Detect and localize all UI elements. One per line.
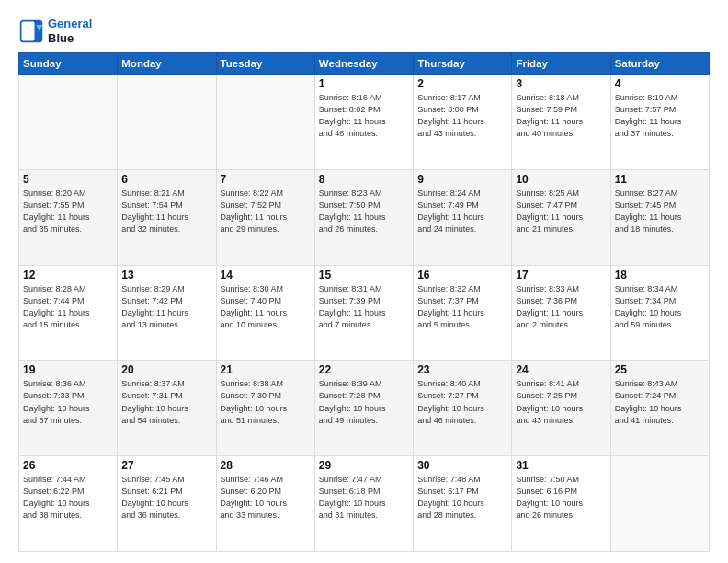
day-number: 29 — [319, 459, 409, 472]
day-info: Sunrise: 8:30 AM Sunset: 7:40 PM Dayligh… — [221, 283, 311, 331]
day-header-tuesday: Tuesday — [216, 53, 314, 75]
day-number: 16 — [417, 269, 507, 282]
day-cell — [19, 75, 118, 170]
day-info: Sunrise: 8:29 AM Sunset: 7:42 PM Dayligh… — [121, 283, 211, 331]
day-info: Sunrise: 8:36 AM Sunset: 7:33 PM Dayligh… — [23, 378, 113, 426]
day-number: 17 — [516, 269, 606, 282]
day-number: 13 — [121, 269, 211, 282]
day-cell: 10Sunrise: 8:25 AM Sunset: 7:47 PM Dayli… — [512, 169, 610, 265]
logo-line2: Blue — [48, 31, 92, 46]
week-row-3: 12Sunrise: 8:28 AM Sunset: 7:44 PM Dayli… — [19, 265, 710, 361]
day-cell: 18Sunrise: 8:34 AM Sunset: 7:34 PM Dayli… — [610, 265, 709, 361]
day-cell: 3Sunrise: 8:18 AM Sunset: 7:59 PM Daylig… — [512, 75, 610, 170]
day-info: Sunrise: 8:31 AM Sunset: 7:39 PM Dayligh… — [319, 283, 409, 331]
day-info: Sunrise: 8:32 AM Sunset: 7:37 PM Dayligh… — [417, 283, 507, 331]
day-cell: 15Sunrise: 8:31 AM Sunset: 7:39 PM Dayli… — [314, 265, 413, 361]
day-number: 7 — [221, 173, 311, 186]
day-header-friday: Friday — [512, 53, 610, 75]
day-cell: 8Sunrise: 8:23 AM Sunset: 7:50 PM Daylig… — [314, 169, 413, 265]
logo-text: General Blue — [48, 17, 92, 45]
day-cell: 28Sunrise: 7:46 AM Sunset: 6:20 PM Dayli… — [216, 456, 314, 552]
day-cell: 17Sunrise: 8:33 AM Sunset: 7:36 PM Dayli… — [512, 265, 610, 361]
day-number: 10 — [516, 173, 606, 186]
day-cell: 22Sunrise: 8:39 AM Sunset: 7:28 PM Dayli… — [314, 361, 413, 456]
day-info: Sunrise: 8:24 AM Sunset: 7:49 PM Dayligh… — [417, 188, 507, 236]
day-cell: 13Sunrise: 8:29 AM Sunset: 7:42 PM Dayli… — [118, 265, 216, 361]
day-number: 31 — [516, 459, 606, 472]
day-info: Sunrise: 8:19 AM Sunset: 7:57 PM Dayligh… — [615, 92, 705, 140]
day-header-sunday: Sunday — [19, 53, 118, 75]
day-number: 26 — [23, 459, 113, 472]
day-cell: 29Sunrise: 7:47 AM Sunset: 6:18 PM Dayli… — [314, 456, 413, 552]
day-number: 20 — [121, 363, 211, 376]
day-header-monday: Monday — [118, 53, 216, 75]
day-cell: 12Sunrise: 8:28 AM Sunset: 7:44 PM Dayli… — [19, 265, 118, 361]
day-info: Sunrise: 8:20 AM Sunset: 7:55 PM Dayligh… — [23, 188, 113, 236]
day-cell: 6Sunrise: 8:21 AM Sunset: 7:54 PM Daylig… — [118, 169, 216, 265]
page: General Blue SundayMondayTuesdayWednesda… — [0, 0, 728, 563]
week-row-5: 26Sunrise: 7:44 AM Sunset: 6:22 PM Dayli… — [19, 456, 710, 552]
day-info: Sunrise: 7:48 AM Sunset: 6:17 PM Dayligh… — [417, 474, 507, 522]
day-number: 5 — [23, 173, 113, 186]
day-info: Sunrise: 8:21 AM Sunset: 7:54 PM Dayligh… — [121, 188, 211, 236]
day-cell: 21Sunrise: 8:38 AM Sunset: 7:30 PM Dayli… — [216, 361, 314, 456]
day-info: Sunrise: 7:50 AM Sunset: 6:16 PM Dayligh… — [516, 474, 606, 522]
day-info: Sunrise: 7:44 AM Sunset: 6:22 PM Dayligh… — [23, 474, 113, 522]
day-number: 9 — [417, 173, 507, 186]
day-cell: 14Sunrise: 8:30 AM Sunset: 7:40 PM Dayli… — [216, 265, 314, 361]
day-cell: 20Sunrise: 8:37 AM Sunset: 7:31 PM Dayli… — [118, 361, 216, 456]
day-number: 15 — [319, 269, 409, 282]
day-number: 1 — [319, 77, 409, 90]
day-cell: 1Sunrise: 8:16 AM Sunset: 8:02 PM Daylig… — [314, 75, 413, 170]
header: General Blue — [18, 17, 710, 45]
day-number: 30 — [417, 459, 507, 472]
logo: General Blue — [18, 17, 92, 45]
day-info: Sunrise: 8:28 AM Sunset: 7:44 PM Dayligh… — [23, 283, 113, 331]
day-cell: 11Sunrise: 8:27 AM Sunset: 7:45 PM Dayli… — [610, 169, 709, 265]
day-number: 8 — [319, 173, 409, 186]
day-cell: 23Sunrise: 8:40 AM Sunset: 7:27 PM Dayli… — [414, 361, 512, 456]
calendar-header-row: SundayMondayTuesdayWednesdayThursdayFrid… — [19, 53, 710, 75]
day-number: 4 — [615, 77, 705, 90]
day-info: Sunrise: 7:46 AM Sunset: 6:20 PM Dayligh… — [221, 474, 311, 522]
day-number: 6 — [121, 173, 211, 186]
day-number: 27 — [121, 459, 211, 472]
day-info: Sunrise: 8:34 AM Sunset: 7:34 PM Dayligh… — [615, 283, 705, 331]
day-cell: 5Sunrise: 8:20 AM Sunset: 7:55 PM Daylig… — [19, 169, 118, 265]
day-cell: 24Sunrise: 8:41 AM Sunset: 7:25 PM Dayli… — [512, 361, 610, 456]
day-cell: 27Sunrise: 7:45 AM Sunset: 6:21 PM Dayli… — [118, 456, 216, 552]
day-cell: 25Sunrise: 8:43 AM Sunset: 7:24 PM Dayli… — [610, 361, 709, 456]
day-number: 3 — [516, 77, 606, 90]
day-info: Sunrise: 8:41 AM Sunset: 7:25 PM Dayligh… — [516, 378, 606, 426]
day-number: 25 — [615, 363, 705, 376]
day-number: 28 — [221, 459, 311, 472]
svg-rect-2 — [22, 21, 35, 40]
day-info: Sunrise: 8:23 AM Sunset: 7:50 PM Dayligh… — [319, 188, 409, 236]
day-info: Sunrise: 8:40 AM Sunset: 7:27 PM Dayligh… — [417, 378, 507, 426]
day-cell: 30Sunrise: 7:48 AM Sunset: 6:17 PM Dayli… — [414, 456, 512, 552]
day-info: Sunrise: 7:45 AM Sunset: 6:21 PM Dayligh… — [121, 474, 211, 522]
day-number: 2 — [417, 77, 507, 90]
week-row-4: 19Sunrise: 8:36 AM Sunset: 7:33 PM Dayli… — [19, 361, 710, 456]
day-number: 21 — [221, 363, 311, 376]
day-number: 12 — [23, 269, 113, 282]
day-cell: 9Sunrise: 8:24 AM Sunset: 7:49 PM Daylig… — [414, 169, 512, 265]
day-cell — [610, 456, 709, 552]
day-cell: 31Sunrise: 7:50 AM Sunset: 6:16 PM Dayli… — [512, 456, 610, 552]
day-number: 19 — [23, 363, 113, 376]
day-cell: 26Sunrise: 7:44 AM Sunset: 6:22 PM Dayli… — [19, 456, 118, 552]
day-header-saturday: Saturday — [610, 53, 709, 75]
day-cell: 4Sunrise: 8:19 AM Sunset: 7:57 PM Daylig… — [610, 75, 709, 170]
day-info: Sunrise: 8:18 AM Sunset: 7:59 PM Dayligh… — [516, 92, 606, 140]
calendar-table: SundayMondayTuesdayWednesdayThursdayFrid… — [18, 52, 710, 552]
logo-line1: General — [48, 17, 92, 31]
day-info: Sunrise: 8:43 AM Sunset: 7:24 PM Dayligh… — [615, 378, 705, 426]
day-info: Sunrise: 8:37 AM Sunset: 7:31 PM Dayligh… — [121, 378, 211, 426]
day-number: 24 — [516, 363, 606, 376]
day-cell: 19Sunrise: 8:36 AM Sunset: 7:33 PM Dayli… — [19, 361, 118, 456]
week-row-1: 1Sunrise: 8:16 AM Sunset: 8:02 PM Daylig… — [19, 75, 710, 170]
day-header-thursday: Thursday — [414, 53, 512, 75]
day-cell: 16Sunrise: 8:32 AM Sunset: 7:37 PM Dayli… — [414, 265, 512, 361]
day-header-wednesday: Wednesday — [314, 53, 413, 75]
day-cell — [216, 75, 314, 170]
